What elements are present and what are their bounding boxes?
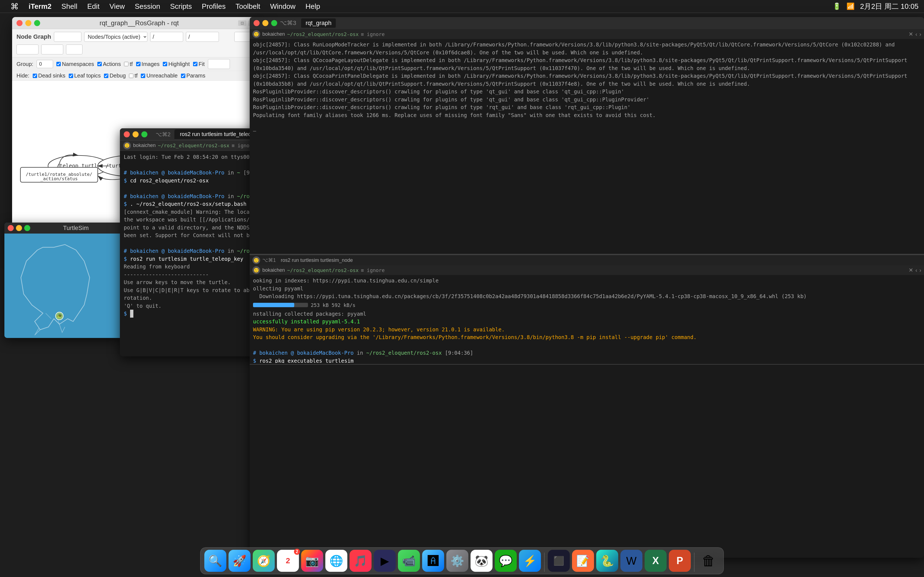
dock-word[interactable]: W (620, 550, 642, 572)
iterm-min[interactable] (132, 131, 139, 137)
namespaces-check[interactable]: Namespaces (57, 61, 94, 67)
menu-window[interactable]: Window (265, 2, 300, 11)
ts-close-btn[interactable] (8, 225, 14, 231)
turtlesim-canvas[interactable]: 🐢 (5, 234, 123, 338)
maximize-button[interactable] (34, 20, 40, 26)
rqt-cursor-line: — (253, 127, 921, 135)
highlight-check[interactable]: Highlight (163, 61, 190, 67)
turtlesim-session: 🙂 ⌥⌘1 ros2 run turtlesim turtlesim_node … (250, 255, 924, 364)
ts-nav-next[interactable]: › (919, 267, 921, 273)
fit-check[interactable]: Fit (193, 61, 205, 67)
ng-btn3[interactable] (41, 45, 63, 55)
menu-session[interactable]: Session (130, 2, 165, 11)
right-pane-close[interactable] (254, 20, 260, 26)
iterm-close[interactable] (124, 131, 130, 137)
dock-podcast[interactable]: ▶ (374, 550, 396, 572)
ng-filter2[interactable] (186, 32, 219, 42)
dock-ppt[interactable]: P (669, 550, 691, 572)
ts-close[interactable]: ✕ (909, 267, 913, 273)
menu-scripts[interactable]: Scripts (165, 2, 197, 11)
rqt-nav-prev[interactable]: ‹ (916, 31, 918, 37)
ts-line-1: ooking in indexes: https://pypi.tuna.tsi… (253, 277, 921, 285)
dock-separator-1 (544, 553, 544, 572)
dock-music[interactable]: 🎵 (349, 550, 372, 572)
rqt-nav-next[interactable]: › (919, 31, 921, 37)
session-avatar: 🙂 (123, 142, 131, 150)
close-button[interactable] (16, 20, 23, 26)
dock-safari[interactable]: 🧭 (253, 550, 275, 572)
dock-settings[interactable]: ⚙️ (446, 550, 468, 572)
ng-btn2[interactable] (16, 45, 39, 55)
clock: 2月2日 周二 10:05 (860, 2, 919, 11)
iterm-max[interactable] (141, 131, 147, 137)
actions-check[interactable]: Actions (97, 61, 121, 67)
fit-input[interactable] (208, 59, 230, 69)
svg-text:_action/status: _action/status (40, 176, 78, 181)
dock-trash[interactable]: 🗑 (698, 550, 720, 572)
toggle-btn-1[interactable]: ⊡ (238, 20, 246, 26)
pane-tab-rqt[interactable]: rqt_graph (301, 18, 336, 28)
ts-nav-prev[interactable]: ‹ (916, 267, 918, 273)
ts-max-btn[interactable] (24, 225, 30, 231)
debug-check[interactable]: Debug (104, 73, 126, 79)
dock-excel[interactable]: X (645, 550, 667, 572)
dock-appstore[interactable]: 🅰 (422, 550, 444, 572)
dock-photos[interactable]: 📷 (301, 550, 323, 572)
ts-line-2: ollecting pyyaml (253, 285, 921, 293)
turtlesim-svg: 🐢 (5, 234, 123, 338)
rqt-line-7: Populating font family aliases took 1266… (253, 111, 921, 119)
menu-shell[interactable]: Shell (57, 2, 82, 11)
minimize-button[interactable] (25, 20, 31, 26)
group-input[interactable] (37, 60, 53, 68)
right-pane-max[interactable] (271, 20, 277, 26)
dock-dash[interactable]: ⚡ (519, 550, 541, 572)
dead-sinks-check[interactable]: Dead sinks (33, 73, 65, 79)
ng-toolbar-row1: Node Graph Nodes/Topics (active) (12, 29, 261, 57)
images-check[interactable]: Images (136, 61, 160, 67)
rqt-session-ignore: ≡ ignore (361, 31, 385, 37)
turtlesim-session-title: ros2 run turtlesim turtlesim_node (281, 258, 353, 263)
rqt-line-5: RosPluginlibProvider::discover_descripto… (253, 96, 921, 103)
ng-btn4[interactable] (66, 45, 82, 55)
svg-line-11 (46, 313, 51, 319)
params-check[interactable]: Params (181, 73, 205, 79)
menu-profiles[interactable]: Profiles (197, 2, 231, 11)
tf-check[interactable]: tf (124, 61, 132, 67)
dock-chrome[interactable]: 🌐 (325, 550, 347, 572)
menu-help[interactable]: Help (300, 2, 325, 11)
ng-topics-select[interactable]: Nodes/Topics (active) (84, 32, 147, 42)
rqt-line-2: objc[24857]: Class QCocoaPageLayoutDeleg… (253, 56, 921, 72)
app-name[interactable]: iTerm2 (24, 2, 57, 11)
unreachable-check[interactable]: Unreachable (141, 73, 178, 79)
menu-edit[interactable]: Edit (82, 2, 105, 11)
dock-iterm[interactable]: ⬛ (548, 550, 570, 572)
rqt-line-6: RosPluginlibProvider::discover_descripto… (253, 103, 921, 111)
leaf-topics-check[interactable]: Leaf topics (69, 73, 101, 79)
dock-calendar[interactable]: 2 2 (277, 550, 299, 572)
ts-line-9: $ ros2 pkg executables turtlesim (253, 357, 921, 363)
dock-panda[interactable]: 🐼 (470, 550, 493, 572)
dock-launchpad[interactable]: 🚀 (229, 550, 250, 572)
rqt-session-close[interactable]: ✕ (909, 31, 913, 37)
dock-facetime[interactable]: 📹 (398, 550, 420, 572)
ts-min-btn[interactable] (16, 225, 22, 231)
svg-text:🐢: 🐢 (57, 313, 62, 318)
menu-view[interactable]: View (105, 2, 130, 11)
turtlesim-terminal-content[interactable]: ooking in indexes: https://pypi.tuna.tsi… (250, 275, 924, 363)
apple-menu[interactable]: ⌘ (5, 2, 24, 11)
right-pane: ⌥⌘3 rqt_graph 🙂 bokaichen ~/ros2_eloquen… (250, 17, 924, 558)
right-pane-min[interactable] (262, 20, 268, 26)
wifi-indicator: 📶 (846, 2, 855, 10)
ng-search-input[interactable] (54, 32, 81, 42)
menu-toolbelt[interactable]: Toolbelt (231, 2, 265, 11)
turtlesim-session-info-bar: 🙂 bokaichen ~/ros2_eloquent/ros2-osx ≡ i… (250, 265, 924, 275)
iterm-window-id: ⌥⌘2 (156, 131, 171, 138)
dock-sublime[interactable]: 📝 (572, 550, 594, 572)
hide-tf-check[interactable]: tf (129, 73, 137, 79)
dock-wechat[interactable]: 💬 (495, 550, 517, 572)
rqt-terminal-content[interactable]: objc[24857]: Class RunLoopModeTracker is… (250, 39, 924, 248)
dock-finder[interactable]: 🔍 (204, 550, 226, 572)
hide-label: Hide: (16, 73, 29, 79)
ng-filter1[interactable] (150, 32, 183, 42)
dock-pycharm[interactable]: 🐍 (596, 550, 618, 572)
